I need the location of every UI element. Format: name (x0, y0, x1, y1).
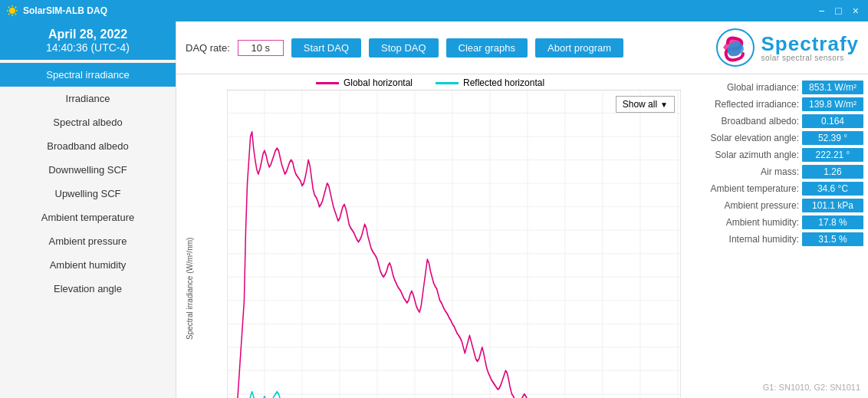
metric-label-global-irradiance: Global irradiance: (689, 82, 799, 93)
metric-label-solar-azimuth: Solar azimuth angle: (689, 150, 799, 160)
metric-value-solar-elevation: 52.39 ° (802, 131, 863, 145)
metric-value-solar-azimuth: 222.21 ° (802, 148, 863, 162)
stop-daq-button[interactable]: Stop DAQ (369, 38, 439, 58)
sidebar-item-spectral-albedo[interactable]: Spectral albedo (0, 110, 176, 134)
legend-cyan-line (436, 82, 459, 84)
clear-graphs-button[interactable]: Clear graphs (446, 38, 528, 58)
logo-text: Spectrafy solar spectral sensors (761, 34, 860, 62)
spectrafy-icon (715, 28, 755, 67)
daq-rate-input[interactable] (238, 40, 284, 56)
graph-metrics-row: Global horizontal Reflected horizontal S… (176, 74, 868, 398)
logo-name: Spectrafy (761, 34, 860, 54)
metric-row-global-irradiance: Global irradiance:853.1 W/m² (689, 81, 863, 94)
metric-row-solar-azimuth: Solar azimuth angle:222.21 ° (689, 148, 863, 162)
sidebar-item-elevation-angle[interactable]: Elevation angle (0, 277, 176, 301)
window-controls: − □ × (815, 5, 862, 17)
daq-rate-label: DAQ rate: (186, 42, 230, 54)
metric-label-internal-humidity: Internal humidity: (689, 234, 799, 245)
metric-row-air-mass: Air mass:1.26 (689, 165, 863, 179)
metric-label-solar-elevation: Solar elevation angle: (689, 133, 799, 143)
legend-reflected-label: Reflected horizontal (463, 77, 544, 88)
metric-row-ambient-temperature: Ambient temperature:34.6 °C (689, 182, 863, 196)
metric-row-solar-elevation: Solar elevation angle:52.39 ° (689, 131, 863, 145)
metric-label-ambient-humidity: Ambient humidity: (689, 217, 799, 228)
metric-value-air-mass: 1.26 (802, 165, 863, 179)
toolbar: DAQ rate: Start DAQ Stop DAQ Clear graph… (176, 21, 868, 74)
time-display: 14:40:36 (UTC-4) (3, 41, 173, 54)
metric-value-reflected-irradiance: 139.8 W/m² (802, 97, 863, 111)
sidebar-item-ambient-humidity[interactable]: Ambient humidity (0, 253, 176, 277)
metric-value-ambient-humidity: 17.8 % (802, 215, 863, 229)
spectral-chart: 0 0.1 0.2 0.3 0.4 0.5 0.6 0.7 0.8 0.9 (227, 90, 681, 398)
sidebar-item-irradiance[interactable]: Irradiance (0, 87, 176, 110)
chevron-down-icon: ▼ (660, 100, 668, 109)
svg-line-5 (8, 7, 9, 8)
metric-row-broadband-albedo: Broadband albedo:0.164 (689, 114, 863, 128)
metric-label-reflected-irradiance: Reflected irradiance: (689, 99, 799, 110)
metric-label-broadband-albedo: Broadband albedo: (689, 116, 799, 127)
metric-row-ambient-humidity: Ambient humidity:17.8 % (689, 215, 863, 229)
metric-label-ambient-pressure: Ambient pressure: (689, 200, 799, 211)
date-display: April 28, 2022 (3, 28, 173, 41)
svg-line-6 (15, 14, 16, 15)
title-bar: SolarSIM-ALB DAQ − □ × (0, 0, 868, 21)
abort-program-button[interactable]: Abort program (535, 38, 623, 58)
metric-row-ambient-pressure: Ambient pressure:101.1 kPa (689, 199, 863, 212)
legend-pink-line (316, 82, 339, 84)
sn-label: G1: SN1010, G2: SN1011 (689, 383, 863, 392)
metric-label-ambient-temperature: Ambient temperature: (689, 183, 799, 194)
start-daq-button[interactable]: Start DAQ (291, 38, 361, 58)
metric-value-global-irradiance: 853.1 W/m² (802, 81, 863, 94)
datetime-block: April 28, 2022 14:40:36 (UTC-4) (0, 21, 176, 60)
metric-value-internal-humidity: 31.5 % (802, 232, 863, 246)
sidebar: April 28, 2022 14:40:36 (UTC-4) Spectral… (0, 21, 176, 398)
sidebar-nav: Spectral irradianceIrradianceSpectral al… (0, 60, 176, 304)
svg-line-7 (15, 7, 16, 8)
sidebar-item-spectral-irradiance[interactable]: Spectral irradiance (0, 63, 176, 87)
svg-line-8 (8, 14, 9, 15)
metric-row-reflected-irradiance: Reflected irradiance:139.8 W/m² (689, 97, 863, 111)
show-all-button[interactable]: Show all ▼ (616, 96, 675, 113)
sidebar-item-downwelling-scf[interactable]: Downwelling SCF (0, 158, 176, 182)
svg-point-0 (9, 8, 15, 14)
content-area: DAQ rate: Start DAQ Stop DAQ Clear graph… (176, 21, 868, 398)
metric-label-air-mass: Air mass: (689, 166, 799, 177)
svg-rect-11 (227, 90, 681, 398)
metric-value-ambient-pressure: 101.1 kPa (802, 199, 863, 212)
sidebar-item-ambient-temperature[interactable]: Ambient temperature (0, 206, 176, 229)
graph-area: Global horizontal Reflected horizontal S… (176, 74, 684, 398)
spectrafy-logo: Spectrafy solar spectral sensors (715, 28, 860, 67)
maximize-button[interactable]: □ (832, 5, 844, 17)
legend-global: Global horizontal (316, 77, 413, 88)
metric-row-internal-humidity: Internal humidity:31.5 % (689, 232, 863, 246)
close-button[interactable]: × (850, 5, 862, 17)
metric-value-ambient-temperature: 34.6 °C (802, 182, 863, 196)
sidebar-item-ambient-pressure[interactable]: Ambient pressure (0, 229, 176, 253)
graph-legend: Global horizontal Reflected horizontal (176, 77, 684, 88)
minimize-button[interactable]: − (815, 5, 827, 17)
sidebar-item-upwelling-scf[interactable]: Upwelling SCF (0, 182, 176, 206)
y-axis-label: Spectral irradiance (W/m²/nm) (186, 90, 194, 398)
metrics-panel: Global irradiance:853.1 W/m²Reflected ir… (684, 74, 868, 398)
metric-value-broadband-albedo: 0.164 (802, 114, 863, 128)
logo-subtitle: solar spectral sensors (761, 54, 860, 62)
title-bar-title: SolarSIM-ALB DAQ (23, 5, 810, 16)
sidebar-item-broadband-albedo[interactable]: Broadband albedo (0, 134, 176, 158)
legend-global-label: Global horizontal (344, 77, 413, 88)
show-all-label: Show all (623, 99, 657, 110)
legend-reflected: Reflected horizontal (436, 77, 544, 88)
app-icon (6, 5, 18, 17)
